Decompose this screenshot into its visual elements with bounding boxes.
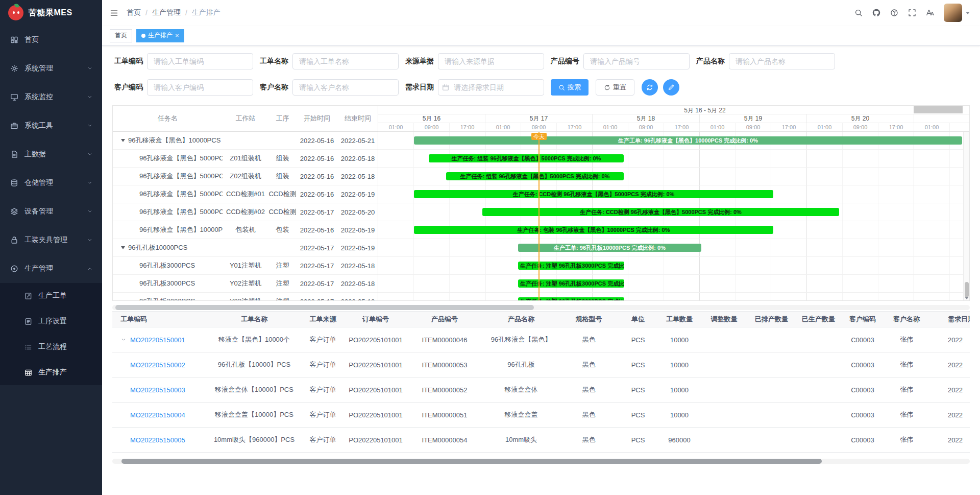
gantt-task-row[interactable]: 96孔孔板3000PCSY03注塑机注塑2022-05-172022-05-18	[113, 293, 378, 300]
gantt-bar[interactable]: 生产任务: CCD检测 96孔移液盒【黑色】5000PCS 完成比例: 0%	[482, 208, 839, 216]
sidebar-item-system-management[interactable]: 系统管理	[0, 54, 102, 83]
fullscreen-icon[interactable]	[908, 9, 916, 17]
table-row[interactable]: MO202205150004移液盒盒盖【10000】PCS客户订单PO20220…	[112, 403, 970, 428]
work-order-link[interactable]: MO202205150005	[130, 436, 185, 444]
gantt-header-scrollbar[interactable]	[914, 106, 963, 113]
gantt-task-row[interactable]: 96孔移液盒【黑色】5000PCSZ02组装机组装2022-05-162022-…	[113, 168, 378, 185]
help-icon[interactable]	[890, 9, 898, 17]
process-cell: 注塑	[268, 297, 297, 300]
sidebar-item-production-scheduling[interactable]: 生产排产	[0, 360, 102, 385]
user-menu[interactable]	[944, 4, 970, 22]
start-time-cell: 2022-05-17	[297, 280, 337, 288]
sidebar-item-production-management[interactable]: 生产管理	[0, 254, 102, 283]
row-expander-icon[interactable]	[120, 337, 127, 343]
work-order-link[interactable]: MO202205150004	[130, 411, 185, 419]
task-name-cell: 96孔孔板3000PCS	[113, 279, 223, 288]
search-button[interactable]: 搜索	[551, 79, 589, 96]
gantt-time-header: 17:00	[878, 123, 914, 131]
hamburger-icon[interactable]	[110, 9, 118, 17]
work-order-link[interactable]: MO202205150001	[130, 336, 185, 344]
tab-production-scheduling[interactable]: 生产排产×	[136, 29, 184, 42]
sidebar-item-fixture-management[interactable]: 工装夹具管理	[0, 226, 102, 254]
table-row[interactable]: MO202205150001移液盒【黑色】10000个客户订单PO2022051…	[112, 327, 970, 352]
sidebar-item-master-data[interactable]: 主数据	[0, 140, 102, 169]
gantt-vertical-scrollbar[interactable]	[963, 132, 969, 300]
edit-button[interactable]	[663, 79, 679, 96]
table-cell: PCS	[618, 411, 658, 419]
table-row[interactable]: MO202205150003移液盒盒体【10000】PCS客户订单PO20220…	[112, 378, 970, 403]
gantt-time-header: 09:00	[736, 123, 771, 131]
font-size-icon[interactable]	[926, 9, 934, 17]
breadcrumb-item[interactable]: 生产管理	[152, 8, 181, 17]
gantt-time-header: 01:00	[593, 123, 628, 131]
gantt-horizontal-scrollbar[interactable]	[112, 305, 970, 310]
search-icon[interactable]	[854, 9, 863, 17]
gantt-bar[interactable]: 生产工单: 96孔孔板10000PCS 完成比例: 0%	[518, 244, 701, 252]
gantt-bar[interactable]: 生产任务: 组装 96孔移液盒【黑色】5000PCS 完成比例: 0%	[446, 172, 624, 180]
gantt-task-row[interactable]: 96孔孔板3000PCSY01注塑机注塑2022-05-172022-05-18	[113, 257, 378, 275]
gantt-bar[interactable]: 生产工单: 96孔移液盒【黑色】10000PCS 完成比例: 0%	[414, 136, 962, 145]
demand-date-input[interactable]	[438, 79, 544, 96]
collapse-triangle-icon[interactable]	[121, 246, 125, 249]
gantt-task-row[interactable]: 96孔移液盒【黑色】10000PCS2022-05-162022-05-21	[113, 132, 378, 150]
sidebar-item-warehouse-management[interactable]: 仓储管理	[0, 169, 102, 197]
sidebar-item-process-flow[interactable]: 工艺流程	[0, 334, 102, 360]
gantt-task-row[interactable]: 96孔移液盒【黑色】5000PCSCCD检测#02CCD检测2022-05-17…	[113, 203, 378, 221]
chevron-down-icon	[87, 151, 93, 157]
close-icon[interactable]: ×	[175, 32, 179, 39]
sidebar-item-equipment-management[interactable]: 设备管理	[0, 197, 102, 226]
breadcrumb-item[interactable]: 首页	[127, 8, 141, 17]
sidebar-item-system-monitoring[interactable]: 系统监控	[0, 83, 102, 111]
work-order-code-input[interactable]	[147, 53, 253, 69]
product-code-input[interactable]	[583, 53, 690, 69]
sidebar-item-home[interactable]: 首页	[0, 26, 102, 54]
github-icon[interactable]	[872, 9, 880, 17]
table-horizontal-scrollbar[interactable]	[112, 459, 970, 464]
menu-label: 系统工具	[24, 121, 53, 130]
sidebar-item-process-settings[interactable]: 工序设置	[0, 309, 102, 334]
gantt-day-row: 5月 165月 175月 185月 195月 20	[378, 114, 969, 123]
monitor-icon	[10, 93, 18, 101]
gantt-task-row[interactable]: 96孔移液盒【黑色】5000PCSZ01组装机组装2022-05-162022-…	[113, 150, 378, 168]
gantt-bar[interactable]: 生产任务: 组装 96孔移液盒【黑色】5000PCS 完成比例: 0%	[429, 154, 624, 162]
gantt-bar[interactable]: 生产任务: 注塑 96孔孔板3000PCS 完成比例: 0%	[518, 279, 624, 288]
gantt-task-row[interactable]: 96孔孔板3000PCSY02注塑机注塑2022-05-172022-05-18	[113, 275, 378, 293]
customer-code-input[interactable]	[147, 79, 253, 96]
gantt-bar[interactable]: 生产任务: 注塑 96孔孔板3000PCS 完成比例: 0%	[518, 297, 624, 300]
customer-name-input[interactable]	[292, 79, 399, 96]
scrollbar-thumb[interactable]	[121, 459, 822, 464]
tab-home[interactable]: 首页	[110, 29, 132, 42]
sidebar-item-production-work-order[interactable]: 生产工单	[0, 283, 102, 309]
scroll-down-arrow-icon[interactable]	[965, 297, 969, 299]
sidebar-item-system-tools[interactable]: 系统工具	[0, 111, 102, 140]
table-cell: 黑色	[560, 335, 618, 344]
product-name-input[interactable]	[729, 53, 835, 69]
gantt-bar[interactable]: 生产任务: 注塑 96孔孔板3000PCS 完成比例: 0%	[518, 262, 624, 270]
gantt-task-row[interactable]: 96孔移液盒【黑色】10000PCS包装机包装2022-05-162022-05…	[113, 221, 378, 239]
gantt-bar[interactable]: 生产任务: CCD检测 96孔移液盒【黑色】5000PCS 完成比例: 0%	[414, 190, 773, 198]
end-time-cell: 2022-05-20	[337, 208, 378, 216]
gantt-task-row[interactable]: 96孔移液盒【黑色】5000PCSCCD检测#01CCD检测2022-05-16…	[113, 185, 378, 203]
work-order-link[interactable]: MO202205150002	[130, 361, 185, 369]
table-row[interactable]: MO20220515000296孔孔板【10000】PCS客户订单PO20220…	[112, 352, 970, 378]
table-cell: 张伟	[884, 385, 929, 394]
work-order-link[interactable]: MO202205150003	[130, 386, 185, 394]
table-cell: C00003	[842, 386, 884, 394]
scrollbar-thumb[interactable]	[965, 282, 969, 297]
sync-button[interactable]	[642, 79, 658, 96]
collapse-triangle-icon[interactable]	[121, 139, 125, 142]
gantt-time-header: 09:00	[414, 123, 450, 131]
table-cell: 10000	[658, 386, 700, 394]
scrollbar-thumb[interactable]	[115, 305, 534, 310]
gantt-bar[interactable]: 生产任务: 包装 96孔移液盒【黑色】10000PCS 完成比例: 0%	[414, 226, 773, 234]
table-cell: PO202205101001	[345, 436, 407, 444]
warehouse-icon	[10, 179, 18, 187]
table-cell: 移液盒盒盖	[482, 410, 560, 419]
end-time-cell: 2022-05-18	[337, 155, 378, 162]
reset-button[interactable]: 重置	[596, 79, 634, 96]
table-row[interactable]: MO20220515000510mm吸头【960000】PCS客户订单PO202…	[112, 428, 970, 453]
work-order-name-input[interactable]	[292, 53, 399, 69]
source-doc-input[interactable]	[438, 53, 544, 69]
app-logo[interactable]: 苦糖果MES	[0, 0, 102, 26]
gantt-task-row[interactable]: 96孔孔板10000PCS2022-05-172022-05-19	[113, 239, 378, 257]
